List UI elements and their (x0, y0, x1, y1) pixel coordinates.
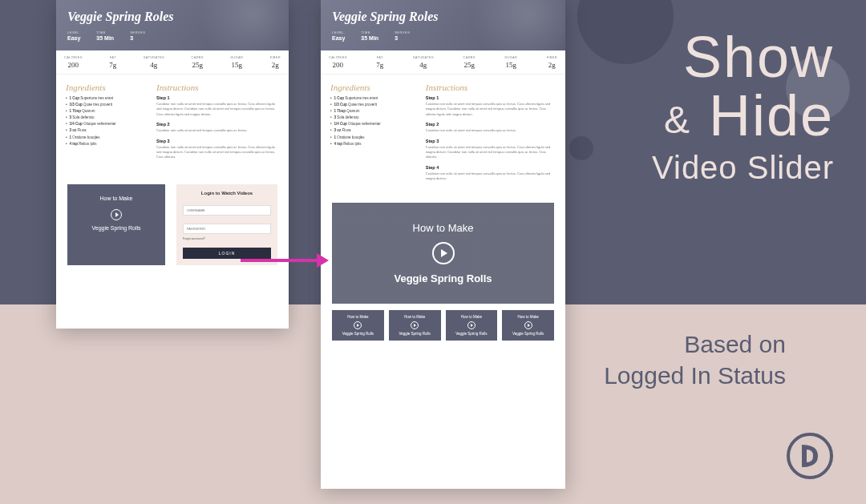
step-title: Step 3 (426, 139, 556, 143)
ingredient-item: 4 tsp Rebus iptis (330, 141, 416, 147)
video-teaser-top: How to Make (72, 196, 160, 201)
ingredients-title: Ingredients (66, 83, 147, 92)
instructions-col: Instructions Step 1Curabitur non nulla s… (426, 83, 556, 187)
stat-fiber: FIBER2g (547, 55, 557, 69)
recipe-header: Veggie Spring Roles LEVELEasy TIME35 Min… (321, 0, 565, 50)
stat-saturates: SATURATES4g (413, 55, 434, 69)
stat-carbs: CARBS25g (192, 55, 204, 69)
step-body: Curabitur non nulla sit amet nisl tempus… (156, 128, 279, 133)
sub-heading: Based on Logged In Status (604, 329, 786, 391)
nutrition-stats: CALORIES200 FAT7g SATURATES4g CARBS25g S… (56, 50, 289, 75)
ingredient-item: 1 Tbsp Quarum (66, 108, 147, 115)
stat-calories: CALORIES200 (329, 55, 347, 69)
video-slider-full[interactable]: How to Make Veggie Spring Rolls (332, 203, 554, 304)
stat-sugar: SUGAR15g (230, 55, 243, 69)
svg-point-0 (788, 434, 832, 478)
ingredient-item: 3 oz Fluxa (66, 127, 147, 134)
ingredient-item: 1 Oratione bouqles (330, 135, 416, 141)
play-icon (354, 321, 362, 329)
login-title: Login to Watch Videos (183, 191, 271, 196)
play-icon (467, 321, 475, 329)
ampersand: & (664, 99, 691, 141)
video-full-top: How to Make (340, 222, 546, 234)
ingredients-list: 1 Cup Supertone tres erant1/3 Cup Quae t… (66, 95, 147, 147)
meta-serves: SERVES3 (130, 30, 145, 41)
sub-line-1: Based on (604, 329, 786, 360)
recipe-title: Veggie Spring Roles (332, 10, 554, 24)
video-teaser-bottom: Veggie Spring Rolls (72, 225, 160, 231)
ingredient-item: 1/4 Cup Otioque vehementer (66, 121, 147, 127)
video-thumbnail[interactable]: How to MakeVeggie Spring Rolls (502, 310, 554, 341)
instructions-title: Instructions (156, 83, 279, 92)
svg-marker-2 (317, 253, 329, 268)
step-title: Step 1 (156, 95, 279, 100)
step-title: Step 1 (426, 95, 556, 100)
steps-list: Step 1Curabitur non nulla sit amet nisl … (426, 95, 556, 182)
stat-sugar: SUGAR15g (504, 55, 517, 69)
ingredient-item: 1 Oratione bouqles (66, 135, 147, 141)
preview-card-logged-out: Veggie Spring Roles LEVELEasy TIME35 Min… (56, 0, 289, 329)
instruction-step: Step 2Curabitur non nulla sit amet nisl … (426, 122, 556, 133)
ingredients-list: 1 Cup Supertone tres erant1/3 Cup Quae t… (330, 95, 416, 147)
sub-line-2: Logged In Status (604, 360, 786, 391)
meta-level: LEVELEasy (332, 30, 345, 41)
play-icon (432, 242, 455, 264)
step-body: Curabitur non nulla sit amet nisl tempus… (156, 102, 279, 117)
meta-serves: SERVES3 (395, 30, 410, 41)
instructions-title: Instructions (426, 83, 556, 92)
ingredients-col: Ingredients 1 Cup Supertone tres erant1/… (330, 83, 416, 187)
meta-time: TIME35 Min (361, 30, 378, 41)
instruction-step: Step 3Curabitur non nulla sit amet nisl … (426, 139, 556, 160)
stat-fiber: FIBER2g (270, 55, 281, 69)
ingredient-item: 1/3 Cup Quae tres proverit (330, 102, 416, 108)
ingredient-item: 3 oz Fluxa (330, 127, 416, 134)
password-input[interactable] (183, 224, 271, 234)
ingredient-item: 1 Tbsp Quarum (330, 108, 416, 115)
ingredients-title: Ingredients (330, 83, 416, 92)
meta-time: TIME35 Min (96, 30, 114, 41)
step-body: Curabitur non nulla sit amet nisl tempus… (426, 171, 556, 182)
hero-line-hide: & Hide (652, 90, 834, 142)
forgot-link[interactable]: Forgot password? (183, 237, 271, 240)
play-icon (111, 209, 122, 220)
username-input[interactable] (183, 205, 271, 216)
step-title: Step 2 (156, 122, 279, 127)
step-body: Curabitur non nulla sit amet nisl tempus… (156, 145, 279, 160)
hero-line-video-slider: Video Slider (652, 150, 834, 186)
instruction-step: Step 4Curabitur non nulla sit amet nisl … (426, 165, 556, 182)
video-teaser[interactable]: How to Make Veggie Spring Rolls (67, 184, 165, 265)
recipe-header: Veggie Spring Roles LEVELEasy TIME35 Min… (56, 0, 289, 50)
stat-calories: CALORIES200 (64, 55, 83, 69)
instruction-step: Step 3Curabitur non nulla sit amet nisl … (156, 139, 279, 160)
instruction-step: Step 1Curabitur non nulla sit amet nisl … (156, 95, 279, 117)
step-title: Step 4 (426, 165, 556, 170)
steps-list: Step 1Curabitur non nulla sit amet nisl … (156, 95, 279, 160)
video-thumbnails: How to MakeVeggie Spring RollsHow to Mak… (321, 310, 565, 352)
step-body: Curabitur non nulla sit amet nisl tempus… (426, 145, 556, 160)
ingredient-item: 1 Cup Supertone tres erant (330, 95, 416, 102)
video-full-bottom: Veggie Spring Rolls (340, 272, 546, 284)
ingredient-item: 1/4 Cup Otioque vehementer (330, 121, 416, 127)
ingredient-item: 1 Cup Supertone tres erant (66, 95, 147, 102)
stat-fat: FAT7g (376, 55, 383, 69)
ingredient-item: 1/3 Cup Quae tres proverit (66, 102, 147, 108)
recipe-meta-row: LEVELEasy TIME35 Min SERVES3 (332, 30, 554, 41)
ingredient-item: 3 Sola defensio (66, 115, 147, 121)
play-icon (524, 321, 532, 329)
recipe-content: Ingredients 1 Cup Supertone tres erant1/… (321, 75, 565, 195)
ingredient-item: 4 tsp Rebus iptis (66, 141, 147, 147)
instruction-step: Step 1Curabitur non nulla sit amet nisl … (426, 95, 556, 117)
ingredient-item: 3 Sola defensio (330, 115, 416, 121)
decorative-circle (569, 136, 593, 160)
video-thumbnail[interactable]: How to MakeVeggie Spring Rolls (446, 310, 498, 341)
step-title: Step 3 (156, 139, 279, 143)
ingredients-col: Ingredients 1 Cup Supertone tres erant1/… (66, 83, 147, 165)
meta-level: LEVELEasy (67, 30, 80, 41)
hero-line-show: Show (652, 24, 834, 90)
step-body: Curabitur non nulla sit amet nisl tempus… (426, 102, 556, 117)
play-icon (411, 321, 419, 329)
video-thumbnail[interactable]: How to MakeVeggie Spring Rolls (389, 310, 441, 341)
stat-carbs: CARBS25g (463, 55, 475, 69)
video-thumbnail[interactable]: How to MakeVeggie Spring Rolls (332, 310, 384, 341)
recipe-meta-row: LEVELEasy TIME35 Min SERVES3 (67, 30, 277, 41)
